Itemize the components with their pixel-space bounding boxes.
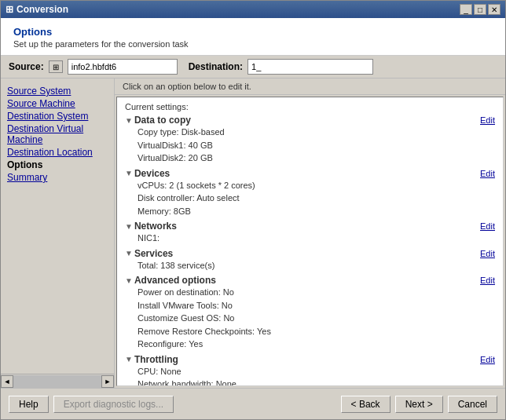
detail-memory: Memory: 8GB — [125, 205, 495, 218]
sidebar-item-destination-location[interactable]: Destination Location — [6, 146, 109, 159]
throttling-edit[interactable]: Edit — [480, 355, 495, 364]
close-button[interactable]: ✕ — [488, 4, 500, 15]
networks-header: ▼ Networks — [125, 221, 177, 232]
networks-title: Networks — [134, 221, 177, 232]
detail-network-bandwidth: Network bandwidth: None — [125, 378, 495, 386]
detail-vdisk1: VirtualDisk1: 40 GB — [125, 139, 495, 152]
header-section: Options Set up the parameters for the co… — [1, 18, 505, 56]
detail-vcpus: vCPUs: 2 (1 sockets * 2 cores) — [125, 179, 495, 192]
current-settings-label: Current settings: — [125, 102, 495, 111]
help-button[interactable]: Help — [9, 396, 49, 413]
main-panel: Click on an option below to edit it. Cur… — [115, 79, 505, 388]
scroll-track[interactable] — [13, 375, 101, 388]
devices-title: Devices — [134, 168, 170, 179]
detail-services-total: Total: 138 service(s) — [125, 259, 495, 272]
source-field[interactable] — [68, 59, 178, 75]
bottom-bar: Help Export diagnostic logs... < Back Ne… — [1, 388, 505, 419]
source-label: Source: — [9, 61, 44, 72]
advanced-options-header: ▼ Advanced options — [125, 275, 216, 286]
throttling-header-row: ▼ Throttling Edit — [125, 354, 495, 365]
triangle-icon: ▼ — [125, 355, 133, 363]
bottom-right: < Back Next > Cancel — [341, 396, 497, 413]
back-button[interactable]: < Back — [341, 396, 390, 413]
scroll-left-arrow[interactable]: ◄ — [1, 375, 13, 388]
detail-cpu: CPU: None — [125, 365, 495, 378]
devices-header-row: ▼ Devices Edit — [125, 168, 495, 179]
source-browse-icon[interactable]: ⊞ — [49, 60, 63, 73]
detail-vdisk2: VirtualDisk2: 20 GB — [125, 152, 495, 165]
export-button: Export diagnostic logs... — [53, 396, 174, 413]
detail-power-on: Power on destination: No — [125, 286, 495, 299]
advanced-options-title: Advanced options — [134, 275, 216, 286]
detail-copy-type: Copy type: Disk-based — [125, 126, 495, 139]
data-to-copy-title: Data to copy — [134, 115, 191, 126]
destination-label: Destination: — [189, 61, 243, 72]
triangle-icon: ▼ — [125, 222, 133, 231]
main-window: ⊞ Conversion _ □ ✕ Options Set up the pa… — [0, 0, 506, 420]
click-instruction: Click on an option below to edit it. — [115, 79, 505, 95]
minimize-button[interactable]: _ — [460, 4, 472, 15]
detail-reconfigure: Reconfigure: Yes — [125, 338, 495, 351]
triangle-icon: ▼ — [125, 116, 133, 125]
sidebar-scrollbar: ◄ ► — [1, 374, 114, 388]
services-title: Services — [134, 248, 173, 259]
title-bar-controls: _ □ ✕ — [460, 4, 500, 15]
networks-header-row: ▼ Networks Edit — [125, 221, 495, 232]
triangle-icon: ▼ — [125, 276, 133, 285]
content-area: Source System Source Machine Destination… — [1, 79, 505, 388]
settings-panel: Current settings: ▼ Data to copy Edit Co… — [116, 97, 504, 386]
devices-edit[interactable]: Edit — [480, 169, 495, 178]
sidebar-item-source-machine[interactable]: Source Machine — [6, 97, 109, 110]
bottom-left: Help Export diagnostic logs... — [9, 396, 174, 413]
detail-nic1: NIC1: — [125, 232, 495, 245]
page-subtitle: Set up the parameters for the conversion… — [13, 39, 493, 49]
sidebar-item-destination-system[interactable]: Destination System — [6, 110, 109, 122]
window-icon: ⊞ — [6, 4, 13, 15]
sidebar-item-summary[interactable]: Summary — [6, 171, 109, 184]
advanced-options-header-row: ▼ Advanced options Edit — [125, 275, 495, 286]
source-bar: Source: ⊞ Destination: — [1, 56, 505, 79]
title-bar-left: ⊞ Conversion — [6, 4, 68, 15]
throttling-title: Throttling — [134, 354, 178, 365]
title-bar: ⊞ Conversion _ □ ✕ — [1, 1, 505, 18]
destination-field[interactable] — [248, 59, 373, 75]
devices-header: ▼ Devices — [125, 168, 170, 179]
detail-remove-checkpoints: Remove Restore Checkpoints: Yes — [125, 325, 495, 338]
sidebar-item-options: Options — [6, 159, 109, 171]
networks-edit[interactable]: Edit — [480, 221, 495, 231]
services-edit[interactable]: Edit — [480, 249, 495, 258]
services-header: ▼ Services — [125, 248, 173, 259]
triangle-icon: ▼ — [125, 249, 133, 257]
data-to-copy-edit[interactable]: Edit — [480, 115, 495, 125]
data-to-copy-header-row: ▼ Data to copy Edit — [125, 115, 495, 126]
maximize-button[interactable]: □ — [474, 4, 486, 15]
sidebar: Source System Source Machine Destination… — [1, 79, 115, 190]
detail-vmware-tools: Install VMware Tools: No — [125, 299, 495, 312]
scroll-right-arrow[interactable]: ► — [101, 375, 114, 388]
data-to-copy-header: ▼ Data to copy — [125, 115, 191, 126]
page-title: Options — [13, 26, 493, 38]
cancel-button[interactable]: Cancel — [448, 396, 497, 413]
window-title: Conversion — [16, 4, 68, 15]
advanced-options-edit[interactable]: Edit — [480, 276, 495, 285]
sidebar-item-source-system[interactable]: Source System — [6, 85, 109, 97]
triangle-icon: ▼ — [125, 169, 133, 177]
services-header-row: ▼ Services Edit — [125, 248, 495, 259]
next-button[interactable]: Next > — [395, 396, 443, 413]
throttling-header: ▼ Throttling — [125, 354, 178, 365]
detail-disk-controller: Disk controller: Auto select — [125, 192, 495, 205]
detail-customize-os: Customize Guest OS: No — [125, 312, 495, 325]
sidebar-item-destination-vm[interactable]: Destination Virtual Machine — [6, 122, 109, 146]
